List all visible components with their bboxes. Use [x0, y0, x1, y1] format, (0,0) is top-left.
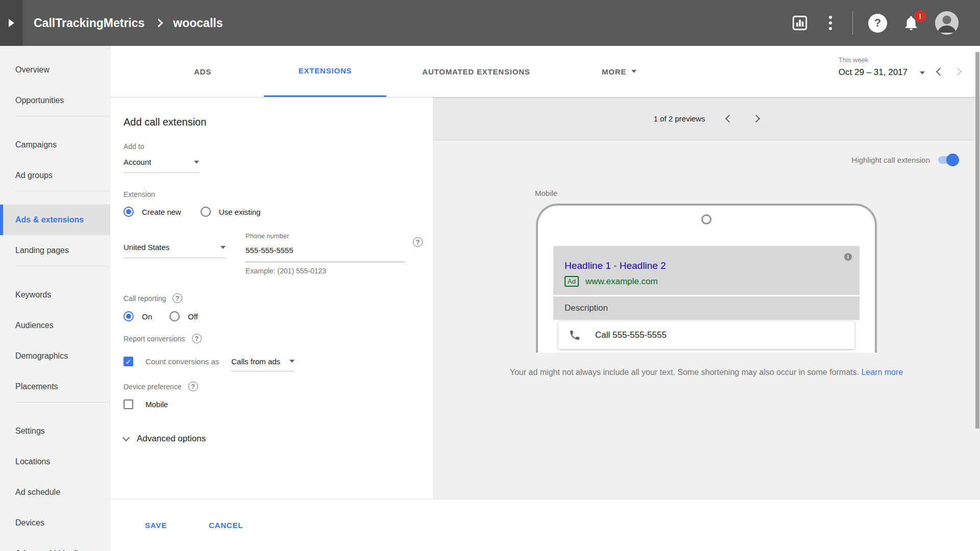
- sidebar-item-devices[interactable]: Devices: [0, 508, 110, 538]
- sidebar-item-audiences[interactable]: Audiences: [0, 310, 110, 341]
- preview-prev-icon[interactable]: [725, 114, 733, 122]
- sidebar-nav: OverviewOpportunitiesCampaignsAd groupsA…: [0, 46, 110, 551]
- radio-selected-icon: [124, 311, 134, 321]
- chevron-down-icon: [194, 161, 199, 164]
- chevron-down-icon: [220, 246, 226, 249]
- sidebar-item-landing-pages[interactable]: Landing pages: [0, 235, 110, 266]
- sidebar-item-placements[interactable]: Placements: [0, 371, 110, 402]
- radio-use-existing[interactable]: Use existing: [201, 207, 261, 217]
- radio-use-existing-label: Use existing: [219, 208, 261, 216]
- tab-automated-extensions[interactable]: AUTOMATED EXTENSIONS: [386, 46, 566, 97]
- call-reporting-help-icon[interactable]: ?: [173, 293, 182, 303]
- date-range-preset: This week: [839, 56, 908, 64]
- device-preference-help-icon[interactable]: ?: [188, 382, 198, 391]
- ad-headline: Headline 1 - Headline 2: [565, 260, 848, 271]
- reports-chart-icon[interactable]: [791, 14, 808, 32]
- date-range-picker[interactable]: This week Oct 29 – 31, 2017: [839, 56, 961, 78]
- sidebar-item-keywords[interactable]: Keywords: [0, 280, 110, 310]
- sidebar-divider: [15, 116, 110, 116]
- radio-on[interactable]: On: [124, 311, 152, 321]
- tab-more[interactable]: MORE: [589, 46, 650, 97]
- content-area: ADS EXTENSIONS AUTOMATED EXTENSIONS MORE…: [110, 46, 980, 551]
- radio-create-new[interactable]: Create new: [124, 207, 181, 217]
- country-select[interactable]: United States: [124, 243, 226, 258]
- ad-badge: Ad: [565, 276, 579, 287]
- report-conversions-help-icon[interactable]: ?: [192, 334, 202, 343]
- add-to-select[interactable]: Account: [124, 158, 199, 173]
- phone-number-input[interactable]: 555-555-5555: [246, 246, 405, 262]
- call-reporting-row: Call reporting ?: [124, 293, 423, 303]
- sidebar-item-overview[interactable]: Overview: [0, 55, 110, 85]
- mobile-checkbox[interactable]: [124, 399, 133, 409]
- breadcrumb-account[interactable]: woocalls: [173, 16, 223, 30]
- sidebar-item-demographics[interactable]: Demographics: [0, 341, 110, 371]
- main-area: Add call extension Add to Account Extens…: [110, 97, 980, 499]
- date-next-icon[interactable]: [954, 68, 962, 76]
- tab-ads[interactable]: ADS: [141, 46, 264, 97]
- advanced-options-toggle[interactable]: Advanced options: [124, 434, 423, 444]
- count-conversions-checkbox[interactable]: ✓: [124, 357, 133, 366]
- call-reporting-label: Call reporting: [124, 294, 166, 303]
- call-extension-form: Add call extension Add to Account Extens…: [110, 97, 433, 499]
- count-conversions-value: Calls from ads: [231, 357, 280, 366]
- ad-info-icon[interactable]: i: [844, 253, 852, 261]
- chevron-right-icon: [155, 19, 163, 28]
- breadcrumb-product[interactable]: CallTrackingMetrics: [34, 16, 144, 30]
- advanced-options-label: Advanced options: [137, 434, 206, 444]
- sidebar-item-opportunities[interactable]: Opportunities: [0, 85, 110, 116]
- ad-preview-panel: 1 of 2 previews Highlight call extension…: [433, 97, 980, 499]
- vertical-scrollbar[interactable]: [975, 52, 979, 429]
- sidebar-item-advanced-bid-adj[interactable]: Advanced bid adj.: [0, 538, 110, 551]
- device-preference-row: Device preference ?: [124, 382, 423, 391]
- date-range-text: This week Oct 29 – 31, 2017: [839, 56, 908, 78]
- count-conversions-select[interactable]: Calls from ads: [231, 357, 295, 371]
- add-to-value: Account: [124, 158, 151, 166]
- radio-create-new-label: Create new: [142, 208, 181, 216]
- sidebar-item-ad-groups[interactable]: Ad groups: [0, 160, 110, 191]
- sidebar-item-campaigns[interactable]: Campaigns: [0, 130, 110, 160]
- collapse-nav-button[interactable]: [0, 0, 22, 46]
- tabs: ADS EXTENSIONS AUTOMATED EXTENSIONS MORE: [141, 46, 650, 97]
- sidebar-item-ad-schedule[interactable]: Ad schedule: [0, 477, 110, 508]
- date-prev-icon[interactable]: [936, 68, 944, 76]
- tab-extensions[interactable]: EXTENSIONS: [264, 46, 386, 97]
- sidebar-item-ads-extensions[interactable]: Ads & extensions: [0, 205, 110, 235]
- country-column: United States: [124, 243, 226, 258]
- radio-off-label: Off: [188, 312, 198, 321]
- notifications-bell-icon[interactable]: !: [902, 14, 920, 32]
- ad-url-row: Ad www.example.com: [565, 276, 848, 287]
- cancel-button[interactable]: CANCEL: [206, 518, 246, 533]
- radio-off[interactable]: Off: [169, 311, 198, 321]
- form-title: Add call extension: [124, 116, 423, 128]
- phone-help-icon[interactable]: ?: [413, 237, 423, 247]
- disclaimer-text: Your ad might not always include all you…: [510, 368, 859, 377]
- ad-display-url: www.example.com: [585, 277, 658, 287]
- phone-number-row: United States Phone number 555-555-5555 …: [124, 232, 423, 275]
- header-divider: [852, 11, 853, 35]
- mobile-checkbox-label: Mobile: [145, 400, 168, 409]
- date-range-dropdown-icon[interactable]: [920, 71, 925, 74]
- expand-arrow-icon: [9, 19, 14, 27]
- sidebar-item-settings[interactable]: Settings: [0, 416, 110, 446]
- more-menu-kebab-icon[interactable]: [824, 14, 837, 32]
- save-button[interactable]: SAVE: [142, 518, 170, 533]
- ad-headline-section: Headline 1 - Headline 2 Ad www.example.c…: [553, 246, 860, 295]
- chevron-down-icon: [289, 360, 295, 363]
- mobile-checkbox-row: Mobile: [124, 399, 423, 409]
- highlight-toggle-row: Highlight call extension: [433, 156, 960, 164]
- learn-more-link[interactable]: Learn more: [861, 368, 903, 377]
- ad-preview-card: Headline 1 - Headline 2 Ad www.example.c…: [553, 246, 860, 349]
- highlight-toggle-switch[interactable]: [938, 156, 958, 164]
- preview-pager-band: 1 of 2 previews: [433, 97, 980, 140]
- help-icon[interactable]: ?: [868, 14, 887, 33]
- phone-example-helper: Example: (201) 555-0123: [246, 267, 405, 275]
- header-actions: ? !: [791, 11, 980, 35]
- avatar-photo: [935, 11, 959, 35]
- country-value: United States: [124, 243, 169, 252]
- sidebar-divider: [15, 266, 110, 266]
- date-range-value[interactable]: Oct 29 – 31, 2017: [839, 67, 908, 78]
- phone-camera-icon: [701, 214, 712, 224]
- user-avatar[interactable]: [935, 11, 959, 35]
- preview-next-icon[interactable]: [752, 114, 761, 122]
- sidebar-item-locations[interactable]: Locations: [0, 446, 110, 477]
